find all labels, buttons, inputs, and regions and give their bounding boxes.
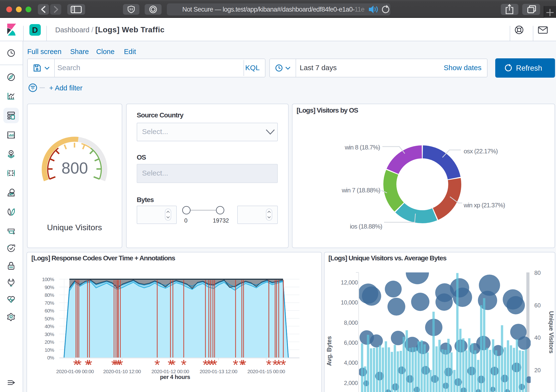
svg-text:Refresh: Refresh <box>516 64 542 72</box>
svg-text:10,000: 10,000 <box>341 299 358 306</box>
svg-text:2020-01-15 00:00: 2020-01-15 00:00 <box>247 369 285 374</box>
svg-text:0%: 0% <box>47 355 54 361</box>
svg-text:6,000: 6,000 <box>344 339 358 346</box>
svg-text:20: 20 <box>534 367 541 373</box>
svg-text:2020-01-12 00:00: 2020-01-12 00:00 <box>151 369 189 374</box>
svg-text:40%: 40% <box>45 323 54 329</box>
svg-text:800: 800 <box>62 159 88 177</box>
svg-text:osx (22.17%): osx (22.17%) <box>464 147 498 155</box>
svg-text:12,000: 12,000 <box>341 279 358 286</box>
svg-text:Unique Visitors: Unique Visitors <box>47 223 102 232</box>
svg-text:20%: 20% <box>45 339 54 345</box>
svg-text:30%: 30% <box>45 331 54 337</box>
svg-text:Unique Visitors: Unique Visitors <box>548 311 555 353</box>
svg-text:8,000: 8,000 <box>344 319 358 326</box>
svg-text:40: 40 <box>534 334 541 341</box>
svg-text:80: 80 <box>534 269 541 276</box>
svg-text:2,000: 2,000 <box>344 380 358 386</box>
svg-text:win xp (21.37%): win xp (21.37%) <box>463 201 505 209</box>
svg-text:70%: 70% <box>45 300 54 306</box>
svg-text:2020-01-09 00:00: 2020-01-09 00:00 <box>56 369 94 374</box>
svg-text:60%: 60% <box>45 308 54 313</box>
svg-text:Avg. Bytes: Avg. Bytes <box>326 336 332 366</box>
svg-text:0: 0 <box>184 217 187 224</box>
svg-text:win 7 (18.88%): win 7 (18.88%) <box>342 187 380 194</box>
svg-text:2020-01-10 12:00: 2020-01-10 12:00 <box>103 369 141 374</box>
svg-text:50%: 50% <box>45 316 54 321</box>
svg-text:Dashboard / [Logs] Web Traffic: Dashboard / [Logs] Web Traffic <box>55 25 165 34</box>
svg-text:Not Secure — logs.test/app/kib: Not Secure — logs.test/app/kibana#/dashb… <box>182 6 364 13</box>
svg-text:D: D <box>32 25 38 34</box>
svg-text:60: 60 <box>534 302 541 308</box>
svg-text:100%: 100% <box>42 277 54 282</box>
svg-text:ios (18.88%): ios (18.88%) <box>350 223 382 230</box>
svg-text:90%: 90% <box>45 284 54 290</box>
svg-text:10%: 10% <box>45 347 54 353</box>
svg-text:per 4 hours: per 4 hours <box>160 374 190 380</box>
svg-text:4,000: 4,000 <box>344 360 358 366</box>
svg-text:*: * <box>241 357 246 373</box>
svg-text:2020-01-13 12:00: 2020-01-13 12:00 <box>200 369 237 374</box>
svg-text:win 8 (18.7%): win 8 (18.7%) <box>345 144 380 151</box>
svg-text:80%: 80% <box>45 292 54 298</box>
svg-text:19732: 19732 <box>213 217 229 224</box>
